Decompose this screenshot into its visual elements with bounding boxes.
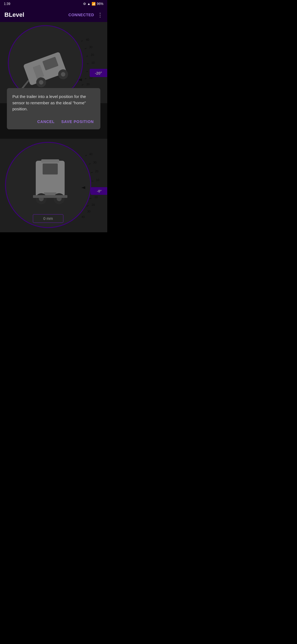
- svg-line-24: [82, 84, 83, 85]
- status-bar: 1:39 ⚙ ▲ 📶 96%: [0, 0, 107, 8]
- svg-line-23: [85, 78, 86, 79]
- status-icons-area: ⚙ ▲ 📶 96%: [83, 2, 103, 6]
- svg-rect-30: [41, 159, 59, 163]
- dialog: Put the trailer into a level position fo…: [7, 88, 100, 129]
- main-content: 40 30 20 10 0 10 20 30 40: [0, 22, 107, 232]
- overflow-menu-icon[interactable]: ⋮: [97, 12, 103, 18]
- signal-icon: 📶: [92, 2, 96, 6]
- svg-text:20: 20: [95, 170, 98, 173]
- connection-status: CONNECTED: [68, 13, 94, 17]
- svg-text:30: 30: [87, 210, 90, 213]
- svg-line-18: [81, 41, 83, 41]
- svg-text:20: 20: [86, 83, 90, 86]
- app-bar: BLevel CONNECTED ⋮: [0, 8, 107, 22]
- svg-text:30: 30: [89, 45, 92, 49]
- save-position-button[interactable]: SAVE POSITION: [60, 118, 95, 125]
- svg-text:40: 40: [81, 215, 85, 219]
- battery-icon: 96%: [97, 2, 103, 6]
- svg-text:30: 30: [93, 161, 97, 164]
- svg-text:40: 40: [89, 152, 92, 156]
- dialog-actions: CANCEL SAVE POSITION: [12, 118, 95, 125]
- svg-line-52: [90, 198, 92, 199]
- dialog-message: Put the trailer into a level position fo…: [12, 94, 95, 112]
- cancel-button[interactable]: CANCEL: [36, 118, 56, 125]
- bottom-gauge-svg: 40 30 20 10 0 10 20 30 40: [0, 139, 107, 232]
- svg-text:20: 20: [91, 53, 94, 56]
- svg-text:40: 40: [86, 38, 89, 41]
- wifi-icon: ▲: [87, 2, 90, 6]
- app-title: BLevel: [4, 11, 24, 18]
- svg-text:10: 10: [94, 195, 98, 199]
- status-time-area: 1:39: [4, 2, 10, 6]
- settings-icon: ⚙: [83, 2, 86, 6]
- time-display: 1:39: [4, 2, 10, 6]
- svg-text:20: 20: [92, 203, 95, 206]
- svg-text:-0°: -0°: [97, 189, 102, 193]
- svg-text:10: 10: [96, 178, 99, 182]
- svg-rect-37: [33, 195, 67, 198]
- svg-text:-20°: -20°: [95, 71, 102, 75]
- svg-line-53: [87, 205, 89, 206]
- bottom-gauge-section: 40 30 20 10 0 10 20 30 40: [0, 139, 107, 232]
- svg-line-19: [85, 48, 86, 49]
- svg-rect-31: [43, 163, 58, 174]
- svg-text:0 mm: 0 mm: [43, 216, 53, 221]
- app-bar-right: CONNECTED ⋮: [68, 12, 103, 18]
- svg-line-20: [86, 56, 88, 56]
- svg-line-48: [89, 163, 90, 164]
- svg-text:10: 10: [91, 61, 95, 64]
- svg-line-49: [91, 172, 93, 173]
- svg-line-47: [85, 155, 87, 156]
